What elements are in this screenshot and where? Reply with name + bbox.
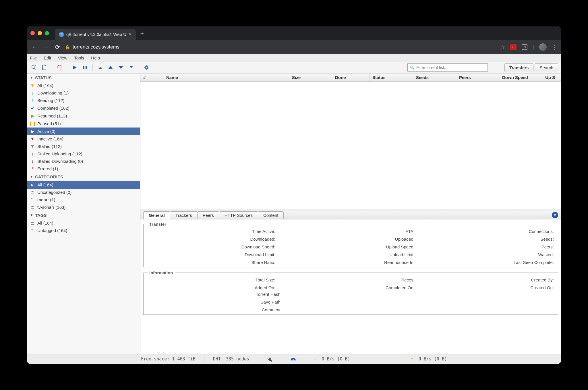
resume-icon[interactable]: [71, 63, 79, 72]
svg-rect-1: [86, 66, 87, 69]
app-menu-bar: File Edit View Tools Help: [27, 54, 561, 62]
sidebar-status-item-10[interactable]: ↓Stalled Downloading (0): [27, 158, 140, 165]
status-bar: Free space: 1.463 TiB DHT: 385 nodes 🔌 ↓…: [27, 354, 561, 364]
col-seeds[interactable]: Seeds: [413, 74, 456, 81]
menu-file[interactable]: File: [30, 55, 37, 60]
delete-torrent-icon[interactable]: [55, 63, 63, 72]
filter-input[interactable]: [416, 65, 485, 70]
detail-tab-trackers[interactable]: Trackers: [170, 211, 198, 219]
sidebar-status-item-3[interactable]: ✔Completed (162): [27, 104, 140, 112]
menu-edit[interactable]: Edit: [44, 55, 51, 60]
detail-tab-content[interactable]: Content: [258, 211, 284, 219]
transfer-legend: Transfer: [148, 222, 168, 227]
label-comment: Comment:: [148, 307, 282, 312]
sidebar-status-item-icon: ▶: [30, 113, 35, 119]
detail-tab-peers[interactable]: Peers: [197, 211, 219, 219]
window-close-button[interactable]: [30, 31, 35, 35]
add-torrent-file-icon[interactable]: [40, 63, 48, 72]
close-tab-icon[interactable]: ×: [129, 31, 132, 37]
move-top-icon[interactable]: [96, 63, 104, 72]
torrent-list[interactable]: [140, 82, 561, 209]
nav-reload-button[interactable]: ⟳: [53, 44, 61, 51]
move-up-icon[interactable]: [107, 63, 115, 72]
connection-icon[interactable]: 🔌: [267, 356, 272, 362]
col-name[interactable]: Name: [163, 74, 289, 81]
label-ul-speed: Upload Speed:: [287, 244, 415, 249]
ublock-icon[interactable]: u: [510, 44, 517, 50]
detail-tabs: General Trackers Peers HTTP Sources Cont…: [140, 211, 561, 219]
label-time-active: Time Active:: [148, 229, 275, 234]
detail-tab-http[interactable]: HTTP Sources: [219, 211, 258, 219]
sidebar-tag-item-1[interactable]: 🗀Untagged (164): [27, 227, 140, 234]
bookmark-star-icon[interactable]: ☆: [500, 44, 505, 50]
sidebar-status-item-label: Stalled Downloading (0): [37, 159, 83, 164]
detail-tab-general[interactable]: General: [143, 211, 170, 219]
col-num[interactable]: #: [140, 74, 163, 81]
status-ul-rate[interactable]: ↑ 0 B/s (0 B): [411, 356, 447, 362]
menu-view[interactable]: View: [58, 55, 67, 60]
label-last-seen: Last Seen Complete:: [426, 260, 554, 265]
col-up[interactable]: Up S: [542, 74, 561, 81]
sidebar-status-item-8[interactable]: ▼Stalled (112): [27, 143, 140, 150]
sidebar-status-header[interactable]: ▼ STATUS: [27, 74, 140, 82]
col-done[interactable]: Done: [332, 74, 370, 81]
col-size[interactable]: Size: [289, 74, 332, 81]
status-dl-rate[interactable]: ↓ 0 B/s (0 B): [314, 356, 350, 362]
tab-search[interactable]: Search: [535, 63, 558, 72]
nav-forward-button[interactable]: →: [42, 44, 50, 50]
move-bottom-icon[interactable]: [127, 63, 135, 72]
nav-back-button[interactable]: ←: [30, 44, 38, 50]
col-status[interactable]: Status: [370, 74, 413, 81]
sidebar-category-item-0[interactable]: ▸All (164): [27, 181, 140, 189]
sidebar-status-item-9[interactable]: ↑Stalled Uploading (112): [27, 150, 140, 158]
move-down-icon[interactable]: [117, 63, 125, 72]
notion-icon[interactable]: N: [522, 44, 527, 50]
sidebar-status-item-0[interactable]: ▼All (164): [27, 82, 140, 89]
settings-icon[interactable]: [142, 63, 150, 72]
url-text: torrents.cozy.systems: [73, 44, 119, 50]
browser-tab[interactable]: qb qBittorrent v4.3.0alpha1 Web U ×: [55, 29, 136, 40]
sidebar-status-item-icon: ✔: [30, 105, 35, 111]
sidebar-tag-item-icon: 🗀: [30, 221, 35, 226]
menu-help[interactable]: Help: [91, 55, 100, 60]
alt-speed-icon[interactable]: [290, 356, 296, 362]
tab-transfers[interactable]: Transfers: [504, 63, 534, 72]
url-field[interactable]: 🔒 torrents.cozy.systems: [65, 44, 497, 50]
new-tab-button[interactable]: +: [136, 30, 149, 37]
sidebar-status-item-4[interactable]: ▶Resumed (113): [27, 112, 140, 120]
window-minimize-button[interactable]: [38, 31, 42, 35]
collapse-details-icon[interactable]: ▼: [552, 212, 558, 218]
sep: [139, 64, 139, 71]
profile-avatar[interactable]: [539, 43, 547, 51]
sidebar-status-item-6[interactable]: ▶Active (0): [27, 128, 140, 135]
sidebar-status-item-icon: !: [30, 166, 35, 171]
search-icon: 🔍: [410, 65, 415, 70]
chevron-down-icon: ▼: [30, 76, 33, 80]
sidebar-category-item-1[interactable]: 🗀Uncategorized (0): [27, 189, 140, 196]
sidebar-tags-header[interactable]: ▼ TAGS: [27, 211, 140, 219]
sidebar-status-item-5[interactable]: ❙❙Paused (51): [27, 120, 140, 128]
pause-icon[interactable]: [81, 63, 89, 72]
add-torrent-link-icon[interactable]: [30, 63, 38, 72]
sidebar-status-item-icon: ❙❙: [30, 121, 35, 126]
sidebar-status-item-2[interactable]: ↑Seeding (112): [27, 97, 140, 104]
chevron-down-icon: ▼: [30, 175, 33, 179]
sep: [92, 64, 93, 71]
sidebar-status-item-1[interactable]: ↓Downloading (1): [27, 89, 140, 97]
window-maximize-button[interactable]: [45, 31, 49, 35]
detail-pane: Transfer Time Active: ETA: Connections: …: [140, 219, 561, 354]
status-header-label: STATUS: [35, 75, 52, 80]
sidebar-tag-item-0[interactable]: 🗀All (164): [27, 219, 140, 227]
menu-tools[interactable]: Tools: [74, 55, 84, 60]
sidebar-categories-header[interactable]: ▼ CATEGORIES: [27, 173, 140, 181]
sidebar-status-item-11[interactable]: !Errored (1): [27, 165, 140, 173]
col-peers[interactable]: Peers: [456, 74, 499, 81]
sidebar-status-item-label: Errored (1): [37, 166, 58, 171]
sidebar-category-item-3[interactable]: 🗀tv-sonarr (163): [27, 204, 140, 211]
sidebar-status-item-7[interactable]: ▼Inactive (164): [27, 135, 140, 143]
filter-box[interactable]: 🔍: [407, 63, 488, 72]
browser-menu-icon[interactable]: ⋮: [552, 44, 558, 51]
col-down[interactable]: Down Speed: [499, 74, 542, 81]
browser-window: qb qBittorrent v4.3.0alpha1 Web U × + ← …: [27, 26, 561, 364]
sidebar-category-item-2[interactable]: 🗀radarr (1): [27, 196, 140, 204]
